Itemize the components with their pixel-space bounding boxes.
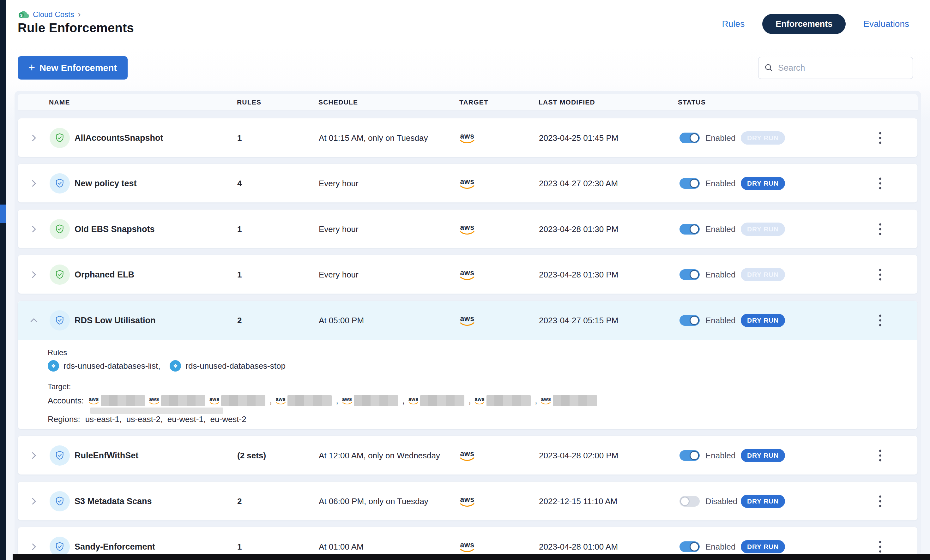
aws-logo-icon: aws (342, 397, 352, 405)
enforcement-name[interactable]: New policy test (75, 179, 137, 189)
chevron-up-icon[interactable] (28, 315, 40, 326)
aws-logo-icon: aws (541, 397, 551, 405)
dry-run-badge[interactable]: DRY RUN (741, 222, 785, 236)
regions-row: Regions: us-east-1, us-east-2, eu-west-1… (48, 414, 246, 424)
dry-run-badge[interactable]: DRY RUN (741, 495, 785, 508)
toggle-knob (690, 542, 699, 551)
left-sidebar-edge (0, 0, 6, 560)
enforcement-name[interactable]: S3 Metadata Scans (75, 497, 152, 506)
tab-rules[interactable]: Rules (722, 19, 745, 29)
toggle-knob (690, 451, 699, 460)
new-enforcement-label: New Enforcement (40, 63, 117, 73)
rules-count: 2 (237, 316, 242, 325)
status-toggle[interactable] (679, 315, 700, 326)
shield-check-icon (49, 128, 70, 148)
dry-run-badge[interactable]: DRY RUN (741, 449, 785, 462)
toggle-knob (680, 497, 690, 506)
rule-name[interactable]: rds-unused-databases-list, (63, 361, 160, 371)
row-menu-kebab-icon[interactable] (876, 175, 884, 192)
aws-logo-icon: aws (276, 397, 286, 405)
aws-logo-icon: aws (460, 178, 474, 189)
status-toggle[interactable] (679, 133, 700, 143)
enforcement-name[interactable]: RuleEnfWithSet (75, 451, 139, 460)
table-row: AllAccountsSnapshot 1 At 01:15 AM, only … (18, 118, 918, 157)
enforcement-name[interactable]: Orphaned ELB (75, 270, 134, 280)
rules-count: 1 (237, 224, 242, 234)
chevron-right-icon[interactable] (28, 132, 40, 144)
chevron-right-icon[interactable] (28, 224, 40, 235)
row-menu-kebab-icon[interactable] (876, 539, 884, 555)
tab-evaluations[interactable]: Evaluations (863, 19, 909, 29)
chevron-right-icon[interactable] (28, 450, 40, 461)
chevron-right-icon[interactable] (28, 541, 40, 552)
enforcement-name[interactable]: Sandy-Enforcement (75, 542, 155, 552)
status-label: Enabled (705, 316, 735, 325)
dry-run-badge[interactable]: DRY RUN (741, 177, 785, 190)
dry-run-badge[interactable]: DRY RUN (741, 540, 785, 553)
toggle-knob (690, 179, 699, 188)
view-tabs: Rules Enforcements Evaluations (722, 0, 909, 48)
rules-count: 2 (237, 497, 242, 506)
dry-run-badge[interactable]: DRY RUN (741, 268, 785, 281)
chevron-right-icon[interactable] (28, 269, 40, 280)
row-menu-kebab-icon[interactable] (876, 493, 884, 510)
redacted-account: aws (276, 395, 332, 406)
status-toggle[interactable] (679, 496, 700, 507)
row-menu-kebab-icon[interactable] (876, 312, 884, 329)
breadcrumb-cloud-costs-link[interactable]: Cloud Costs (33, 10, 74, 19)
toggle-knob (690, 224, 699, 234)
last-modified: 2022-12-15 11:10 AM (539, 497, 617, 506)
search-icon (764, 63, 774, 73)
schedule-text: At 12:00 AM, only on Wednesday (319, 451, 440, 460)
rule-chip-icon: ❖ (169, 360, 181, 371)
schedule-text: At 01:00 AM (319, 542, 363, 552)
shield-check-icon (49, 173, 70, 193)
chevron-right-icon[interactable] (28, 496, 40, 507)
enforcement-row: S3 Metadata Scans 2 At 06:00 PM, only on… (18, 482, 918, 521)
redacted-account: aws (89, 395, 145, 406)
enforcement-name[interactable]: AllAccountsSnapshot (75, 133, 163, 143)
chevron-right-icon[interactable] (28, 178, 40, 189)
row-menu-kebab-icon[interactable] (876, 447, 884, 464)
rule-enforcements-page: $ Cloud Costs › Rule Enforcements Rules … (0, 0, 930, 560)
sidebar-active-indicator (0, 204, 6, 223)
rule-name[interactable]: rds-unused-databases-stop (185, 361, 286, 371)
last-modified: 2023-04-27 02:30 AM (539, 179, 618, 189)
row-menu-kebab-icon[interactable] (876, 267, 884, 283)
dry-run-badge[interactable]: DRY RUN (741, 314, 785, 327)
search-input[interactable] (778, 63, 907, 73)
tab-enforcements[interactable]: Enforcements (762, 14, 846, 34)
row-menu-kebab-icon[interactable] (876, 130, 884, 146)
shield-check-icon (49, 445, 70, 466)
shield-check-icon (49, 310, 70, 330)
status-toggle[interactable] (679, 542, 700, 552)
svg-text:$: $ (20, 12, 23, 17)
status-toggle[interactable] (679, 178, 700, 189)
status-toggle[interactable] (679, 224, 700, 235)
account-separator: , (535, 396, 537, 406)
aws-logo-icon: aws (460, 315, 474, 326)
aws-logo-icon: aws (460, 496, 474, 507)
column-header: RULES (237, 98, 261, 106)
regions-list: us-east-1, us-east-2, eu-west-1, eu-west… (85, 414, 246, 424)
last-modified: 2023-04-28 01:30 PM (539, 270, 619, 280)
aws-logo-icon: aws (460, 269, 474, 280)
toggle-knob (690, 270, 699, 279)
shield-check-icon (49, 491, 70, 511)
dry-run-badge[interactable]: DRY RUN (741, 131, 785, 144)
enforcement-name[interactable]: RDS Low Utilisation (75, 316, 156, 325)
status-toggle[interactable] (679, 269, 700, 280)
enforcement-row: Old EBS Snapshots 1 Every hour aws 2023-… (18, 210, 918, 249)
rule-chip-icon: ❖ (48, 360, 59, 371)
schedule-text: Every hour (319, 179, 359, 189)
page-title: Rule Enforcements (18, 21, 134, 35)
status-toggle[interactable] (679, 450, 700, 461)
new-enforcement-button[interactable]: + New Enforcement (18, 56, 128, 80)
toggle-knob (690, 133, 699, 143)
rules-count: 4 (237, 179, 242, 189)
table-row: S3 Metadata Scans 2 At 06:00 PM, only on… (18, 482, 918, 520)
status-label: Enabled (705, 451, 735, 460)
enforcement-name[interactable]: Old EBS Snapshots (75, 224, 155, 234)
accounts-label: Accounts: (48, 396, 84, 406)
row-menu-kebab-icon[interactable] (876, 221, 884, 238)
